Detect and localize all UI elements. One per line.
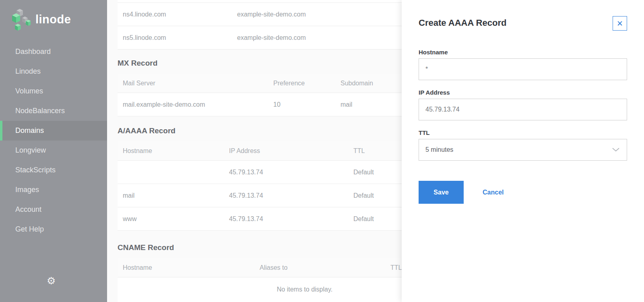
column-header-preference: Preference: [273, 80, 305, 87]
mx-preference-cell: 10: [273, 101, 281, 108]
sidebar-item-volumes[interactable]: Volumes: [0, 81, 107, 101]
sidebar-nav: Dashboard Linodes Volumes NodeBalancers …: [0, 42, 107, 239]
column-header-hostname: Hostname: [123, 264, 152, 271]
column-header-mail-server: Mail Server: [123, 80, 155, 87]
sidebar-item-images[interactable]: Images: [0, 180, 107, 200]
cancel-button[interactable]: Cancel: [483, 189, 504, 196]
ttl-selected-value: 5 minutes: [425, 146, 453, 153]
sidebar-item-get-help[interactable]: Get Help: [0, 219, 107, 239]
ns-name-cell: ns5.linode.com: [123, 34, 166, 41]
create-aaaa-record-drawer: Create AAAA Record ✕ Hostname IP Address…: [402, 0, 644, 302]
column-header-ttl: TTL: [390, 264, 402, 271]
sidebar-item-dashboard[interactable]: Dashboard: [0, 42, 107, 62]
mx-record-heading: MX Record: [118, 59, 157, 68]
column-header-ttl: TTL: [353, 147, 365, 155]
a-ttl-cell: Default: [353, 169, 374, 176]
ttl-select[interactable]: 5 minutes: [419, 139, 627, 161]
drawer-title: Create AAAA Record: [419, 18, 627, 28]
a-ip-cell: 45.79.13.74: [229, 215, 263, 223]
sidebar: linode Dashboard Linodes Volumes NodeBal…: [0, 0, 107, 302]
brand-name: linode: [35, 14, 71, 27]
cname-record-heading: CNAME Record: [118, 243, 174, 252]
mx-subdomain-cell: mail: [341, 101, 352, 108]
linode-logo[interactable]: linode: [0, 0, 107, 31]
sidebar-item-account[interactable]: Account: [0, 200, 107, 219]
ip-address-label: IP Address: [419, 89, 627, 96]
ns-name-cell: ns4.linode.com: [123, 11, 166, 18]
a-ip-cell: 45.79.13.74: [229, 192, 263, 199]
column-header-ip-address: IP Address: [229, 147, 260, 155]
sidebar-item-domains[interactable]: Domains: [0, 121, 107, 141]
chevron-down-icon: [612, 148, 619, 152]
drawer-actions: Save Cancel: [419, 181, 627, 204]
a-ip-cell: 45.79.13.74: [229, 169, 263, 176]
sidebar-item-nodebalancers[interactable]: NodeBalancers: [0, 101, 107, 121]
ns-domain-cell: example-site-demo.com: [237, 34, 306, 41]
ip-address-field[interactable]: [419, 99, 627, 120]
column-header-hostname: Hostname: [123, 147, 152, 155]
sidebar-item-stackscripts[interactable]: StackScripts: [0, 160, 107, 180]
ttl-label: TTL: [419, 129, 627, 136]
column-header-aliases-to: Aliases to: [260, 264, 287, 271]
hostname-field[interactable]: [419, 58, 627, 80]
gear-icon[interactable]: ⚙: [47, 276, 56, 286]
a-hostname-cell: mail: [123, 192, 134, 199]
a-hostname-cell: www: [123, 215, 137, 223]
close-icon[interactable]: ✕: [613, 16, 627, 31]
column-header-subdomain: Subdomain: [341, 80, 373, 87]
a-ttl-cell: Default: [353, 215, 374, 223]
ns-domain-cell: example-site-demo.com: [237, 11, 306, 18]
hostname-label: Hostname: [419, 49, 627, 56]
sidebar-item-linodes[interactable]: Linodes: [0, 62, 107, 81]
a-ttl-cell: Default: [353, 192, 374, 199]
linode-logo-icon: [11, 9, 31, 31]
mx-mail-server-cell: mail.example-site-demo.com: [123, 101, 205, 108]
sidebar-item-longview[interactable]: Longview: [0, 141, 107, 160]
save-button[interactable]: Save: [419, 181, 464, 204]
a-aaaa-record-heading: A/AAAA Record: [118, 126, 175, 135]
